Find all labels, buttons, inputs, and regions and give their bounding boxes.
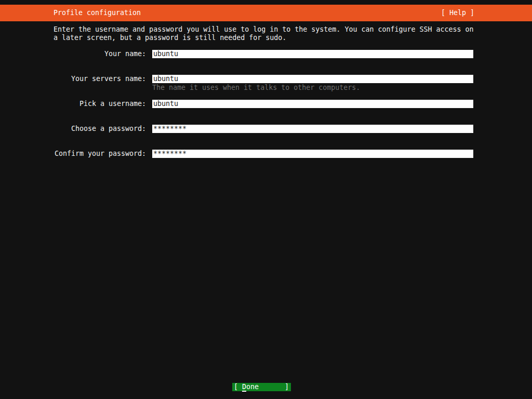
done-button[interactable]: [ Done ] xyxy=(232,383,291,391)
your-name-label: Your name: xyxy=(0,50,146,58)
help-button[interactable]: [ Help ] xyxy=(441,9,474,17)
done-label-rest: one xyxy=(246,383,259,391)
server-name-label: Your servers name: xyxy=(0,75,146,83)
page-title: Profile configuration xyxy=(54,9,141,17)
server-name-helper-text: The name it uses when it talks to other … xyxy=(152,84,360,92)
password-label: Choose a password: xyxy=(0,125,146,133)
done-button-label: Done xyxy=(242,383,259,391)
confirm-password-label: Confirm your password: xyxy=(0,150,146,158)
username-label: Pick a username: xyxy=(0,100,146,108)
your-name-input[interactable]: ubuntu xyxy=(152,50,473,58)
confirm-password-input[interactable]: ******** xyxy=(152,150,473,158)
intro-text-line1: Enter the username and password you will… xyxy=(54,25,474,34)
password-input[interactable]: ******** xyxy=(152,125,473,133)
done-focus-cursor: D xyxy=(242,383,246,392)
intro-text-line2: a later screen, but a password is still … xyxy=(54,34,286,42)
done-open-bracket: [ xyxy=(232,383,238,391)
server-name-input[interactable]: ubuntu xyxy=(152,75,473,83)
header-bar: Profile configuration [ Help ] xyxy=(0,5,532,21)
done-close-bracket: ] xyxy=(285,383,291,391)
username-input[interactable]: ubuntu xyxy=(152,100,473,108)
